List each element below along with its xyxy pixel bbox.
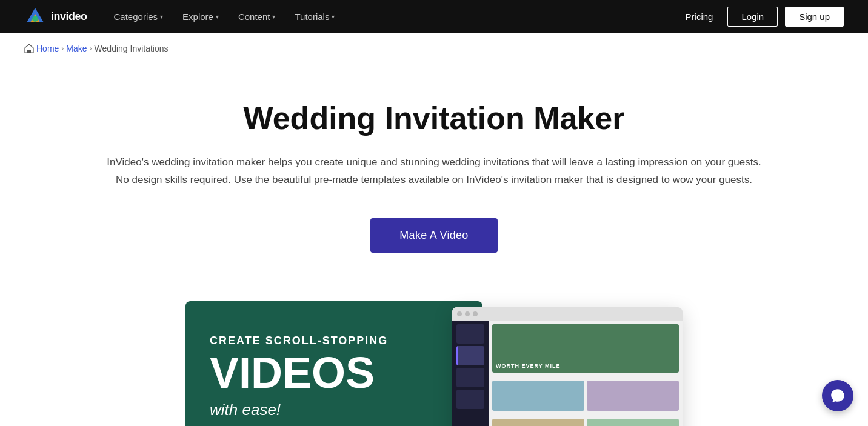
chevron-down-icon: ▾ <box>272 13 275 20</box>
browser-dot-red <box>457 311 462 316</box>
page-title: Wedding Invitation Maker <box>244 101 625 137</box>
home-icon <box>24 44 34 53</box>
breadcrumb-make[interactable]: Make <box>66 44 87 53</box>
preview-card-green: CREATE SCROLL-STOPPING VIDEOS with ease! <box>185 301 482 426</box>
grid-thumb-2 <box>587 381 679 411</box>
nav-categories[interactable]: Categories ▾ <box>107 8 171 25</box>
logo-text: invideo <box>51 10 87 23</box>
card-main-text: VIDEOS <box>210 351 458 394</box>
browser-content: WORTH EVERY MILE <box>452 321 683 426</box>
logo-link[interactable]: invideo <box>24 5 87 27</box>
featured-label: WORTH EVERY MILE <box>496 363 561 369</box>
invideo-logo-icon <box>24 5 46 27</box>
browser-main: WORTH EVERY MILE <box>489 321 683 426</box>
browser-bar <box>452 307 683 321</box>
sidebar-thumb-4 <box>456 390 484 409</box>
breadcrumb-separator-1: › <box>61 44 64 53</box>
preview-section: CREATE SCROLL-STOPPING VIDEOS with ease! <box>0 277 868 426</box>
hero-section: Wedding Invitation Maker InVideo's weddi… <box>0 64 868 277</box>
nav-tutorials[interactable]: Tutorials ▾ <box>287 8 342 25</box>
browser-sidebar <box>452 321 489 426</box>
make-video-button[interactable]: Make A Video <box>370 218 497 253</box>
breadcrumb-current: Wedding Invitations <box>95 44 169 53</box>
preview-container: CREATE SCROLL-STOPPING VIDEOS with ease! <box>185 301 683 426</box>
breadcrumb-separator-2: › <box>90 44 92 53</box>
chat-button[interactable] <box>822 380 853 411</box>
breadcrumb: Home › Make › Wedding Invitations <box>0 33 868 64</box>
login-button[interactable]: Login <box>727 7 778 27</box>
chevron-down-icon: ▾ <box>216 13 219 20</box>
navigation: invideo Categories ▾ Explore ▾ Content ▾… <box>0 0 868 33</box>
card-ease-text: with ease! <box>210 401 458 419</box>
hero-description: InVideo's wedding invitation maker helps… <box>107 154 761 189</box>
card-subtitle: CREATE SCROLL-STOPPING <box>210 334 458 347</box>
featured-thumb: WORTH EVERY MILE <box>492 324 679 373</box>
browser-dot-yellow <box>465 311 470 316</box>
nav-content[interactable]: Content ▾ <box>231 8 283 25</box>
chat-icon <box>830 388 846 404</box>
svg-point-2 <box>32 16 38 22</box>
grid-thumb-4 <box>587 419 679 426</box>
chevron-down-icon: ▾ <box>332 13 335 20</box>
sidebar-thumb-1 <box>456 324 484 344</box>
preview-browser: WORTH EVERY MILE <box>452 307 683 426</box>
browser-dot-green <box>473 311 478 316</box>
nav-explore[interactable]: Explore ▾ <box>175 8 226 25</box>
signup-button[interactable]: Sign up <box>785 7 844 27</box>
grid-thumb-3 <box>492 419 584 426</box>
breadcrumb-home[interactable]: Home <box>36 44 59 53</box>
nav-right: Pricing Login Sign up <box>678 7 844 27</box>
nav-links: Categories ▾ Explore ▾ Content ▾ Tutoria… <box>107 8 659 25</box>
sidebar-thumb-2 <box>456 346 484 365</box>
sidebar-thumb-3 <box>456 368 484 387</box>
pricing-link[interactable]: Pricing <box>678 8 721 25</box>
grid-thumb-1 <box>492 381 584 411</box>
chevron-down-icon: ▾ <box>160 13 163 20</box>
svg-rect-3 <box>27 50 31 53</box>
